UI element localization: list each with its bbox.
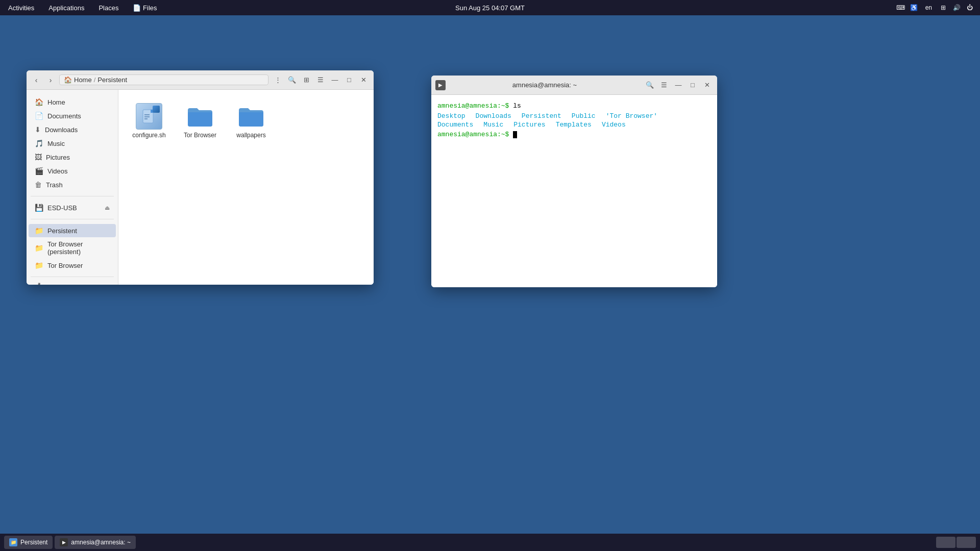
term-output-videos: Videos bbox=[602, 121, 626, 129]
fm-minimize-button[interactable]: — bbox=[329, 74, 341, 86]
breadcrumb-separator: / bbox=[94, 76, 96, 84]
fm-breadcrumb: 🏠 Home / Persistent bbox=[59, 74, 268, 85]
terminal-title-icon: ▶ bbox=[435, 80, 446, 90]
file-item-tor-browser[interactable]: Tor Browser bbox=[180, 100, 220, 142]
sidebar-divider-1 bbox=[31, 196, 114, 196]
term-maximize-button[interactable]: □ bbox=[687, 79, 699, 91]
term-output-pictures: Pictures bbox=[513, 121, 545, 129]
term-body[interactable]: amnesia@amnesia:~$ ls Desktop Downloads … bbox=[431, 95, 717, 287]
downloads-icon: ⬇ bbox=[35, 126, 41, 134]
fm-search-button[interactable]: 🔍 bbox=[286, 74, 298, 86]
term-output-public: Public bbox=[572, 112, 596, 120]
term-search-button[interactable]: 🔍 bbox=[644, 79, 656, 91]
taskbar-files-icon: 📁 bbox=[9, 538, 17, 546]
fm-files-grid: configure.sh Tor Browser bbox=[129, 100, 363, 142]
sidebar-persistent: 📁 Persistent 📁 Tor Browser (persistent) … bbox=[27, 222, 118, 273]
sidebar-item-documents[interactable]: 📄 Documents bbox=[29, 109, 116, 122]
sidebar-item-downloads[interactable]: ⬇ Downloads bbox=[29, 123, 116, 136]
term-output-tor-browser-quoted: 'Tor Browser' bbox=[606, 112, 657, 120]
sidebar-item-videos[interactable]: 🎬 Videos bbox=[29, 164, 116, 178]
term-titlebar: ▶ amnesia@amnesia: ~ 🔍 ☰ — □ ✕ bbox=[431, 76, 717, 95]
sidebar-item-pictures[interactable]: 🖼 Pictures bbox=[29, 151, 116, 164]
file-item-wallpapers[interactable]: wallpapers bbox=[231, 100, 272, 142]
file-label-configure: configure.sh bbox=[132, 132, 165, 139]
term-menu-button[interactable]: ☰ bbox=[658, 79, 670, 91]
trash-icon: 🗑 bbox=[35, 181, 42, 189]
sidebar-divider-3 bbox=[31, 277, 114, 277]
other-locations-icon: ➕ bbox=[35, 283, 43, 285]
fm-content: configure.sh Tor Browser bbox=[118, 90, 374, 285]
sidebar-item-tor-browser[interactable]: 📁 Tor Browser bbox=[29, 259, 116, 272]
power-icon[interactable]: ⏻ bbox=[966, 4, 974, 12]
term-close-button[interactable]: ✕ bbox=[701, 79, 713, 91]
file-icon-tor-browser bbox=[187, 103, 213, 130]
fm-titlebar: ‹ › 🏠 Home / Persistent ⋮ 🔍 ⊞ ☰ — □ ✕ bbox=[27, 70, 374, 90]
taskbar-terminal[interactable]: ▶ amnesia@amnesia: ~ bbox=[55, 536, 136, 549]
term-line-2: amnesia@amnesia:~$ bbox=[437, 130, 711, 140]
fm-view-grid-button[interactable]: ⊞ bbox=[300, 74, 312, 86]
folder-icon-torb: 📁 bbox=[35, 261, 43, 269]
sidebar-divider-2 bbox=[31, 219, 114, 219]
fm-view-list-button[interactable]: ☰ bbox=[314, 74, 327, 86]
file-icon-wallpapers bbox=[238, 103, 264, 130]
file-manager-window: ‹ › 🏠 Home / Persistent ⋮ 🔍 ⊞ ☰ — □ ✕ 🏠 … bbox=[27, 70, 374, 285]
applications-menu[interactable]: Applications bbox=[46, 3, 86, 13]
fm-close-button[interactable]: ✕ bbox=[357, 74, 370, 86]
term-output-documents: Documents bbox=[437, 121, 473, 129]
sidebar-item-other-locations[interactable]: ➕ Other Locations bbox=[29, 280, 116, 285]
taskbar-right-btn-2[interactable] bbox=[957, 537, 976, 548]
sidebar-device-esd-usb[interactable]: 💾 ESD-USB ⏏ bbox=[29, 201, 116, 214]
term-toolbar: 🔍 ☰ — □ ✕ bbox=[644, 79, 713, 91]
topbar-datetime: Sun Aug 25 04:07 GMT bbox=[455, 4, 525, 12]
taskbar-persistent-label: Persistent bbox=[20, 539, 47, 546]
activities-button[interactable]: Activities bbox=[6, 3, 36, 13]
network-icon[interactable]: ⊞ bbox=[939, 4, 947, 12]
term-output-row-1: Desktop Downloads Persistent Public 'Tor… bbox=[437, 112, 711, 120]
term-title: amnesia@amnesia: ~ bbox=[450, 81, 640, 89]
fm-forward-button[interactable]: › bbox=[45, 74, 56, 86]
breadcrumb-current: Persistent bbox=[97, 76, 127, 84]
term-prompt-1: amnesia@amnesia:~$ bbox=[437, 102, 509, 110]
term-minimize-button[interactable]: — bbox=[672, 79, 684, 91]
taskbar-right bbox=[936, 537, 976, 548]
eject-button[interactable]: ⏏ bbox=[105, 205, 110, 211]
fm-menu-button[interactable]: ⋮ bbox=[272, 74, 284, 86]
fm-toolbar-right: ⋮ 🔍 ⊞ ☰ — □ ✕ bbox=[272, 74, 370, 86]
term-prompt-2: amnesia@amnesia:~$ bbox=[437, 131, 509, 138]
volume-icon[interactable]: 🔊 bbox=[952, 4, 961, 12]
term-output-row-2: Documents Music Pictures Templates Video… bbox=[437, 121, 711, 129]
music-icon: 🎵 bbox=[35, 139, 43, 147]
topbar-left: Activities Applications Places 📄 Files bbox=[6, 3, 159, 13]
lang-indicator[interactable]: en bbox=[923, 3, 934, 12]
term-output-persistent: Persistent bbox=[522, 112, 561, 120]
fm-maximize-button[interactable]: □ bbox=[343, 74, 355, 86]
sidebar-item-tor-browser-persistent[interactable]: 📁 Tor Browser (persistent) bbox=[29, 238, 116, 258]
device-left: 💾 ESD-USB bbox=[35, 204, 77, 212]
taskbar-terminal-icon: ▶ bbox=[60, 538, 68, 546]
sidebar-item-music[interactable]: 🎵 Music bbox=[29, 137, 116, 150]
topbar: Activities Applications Places 📄 Files S… bbox=[0, 0, 980, 15]
term-cursor bbox=[513, 131, 517, 138]
sidebar-item-trash[interactable]: 🗑 Trash bbox=[29, 178, 116, 191]
documents-icon: 📄 bbox=[35, 112, 43, 120]
fm-back-button[interactable]: ‹ bbox=[31, 74, 42, 86]
keyboard-icon[interactable]: ⌨ bbox=[897, 4, 905, 12]
places-menu[interactable]: Places bbox=[96, 3, 120, 13]
term-output-music: Music bbox=[483, 121, 503, 129]
sidebar-item-persistent[interactable]: 📁 Persistent bbox=[29, 224, 116, 237]
videos-icon: 🎬 bbox=[35, 167, 43, 175]
accessibility-icon[interactable]: ♿ bbox=[910, 4, 918, 12]
files-icon: 📄 bbox=[133, 4, 143, 12]
pictures-icon: 🖼 bbox=[35, 153, 42, 161]
file-label-tor-browser: Tor Browser bbox=[184, 132, 216, 139]
sidebar-item-home[interactable]: 🏠 Home bbox=[29, 95, 116, 109]
file-item-configure-sh[interactable]: configure.sh bbox=[129, 100, 169, 142]
term-output-templates: Templates bbox=[556, 121, 592, 129]
file-icon-configure bbox=[136, 103, 162, 130]
taskbar-terminal-label: amnesia@amnesia: ~ bbox=[71, 539, 131, 546]
taskbar-persistent[interactable]: 📁 Persistent bbox=[4, 536, 53, 549]
files-menu[interactable]: 📄 Files bbox=[131, 3, 159, 13]
breadcrumb-home[interactable]: Home bbox=[74, 76, 92, 84]
usb-icon: 💾 bbox=[35, 204, 43, 212]
taskbar-right-btn-1[interactable] bbox=[936, 537, 955, 548]
